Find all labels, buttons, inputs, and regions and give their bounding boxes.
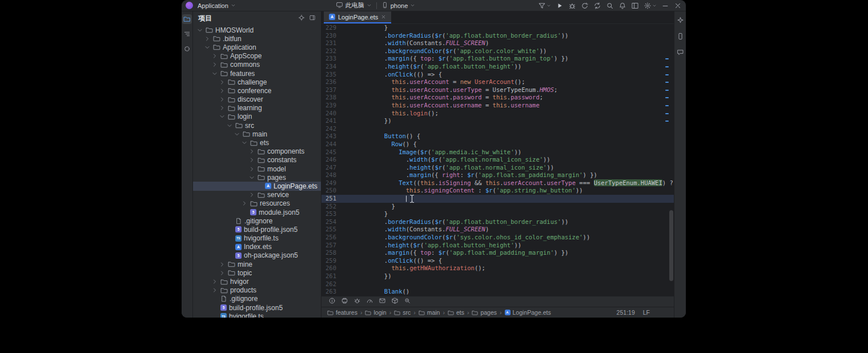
tree-item-components[interactable]: components (193, 147, 321, 156)
code-line-259[interactable]: 259 .onClick(() => { (322, 257, 674, 265)
tree-item-HMOSWorld[interactable]: HMOSWorld (193, 26, 321, 34)
devices-button[interactable] (341, 296, 348, 307)
tree-item-ets[interactable]: ets (193, 138, 321, 147)
tree-item-mine[interactable]: mine (193, 260, 321, 268)
code-line-238[interactable]: 238 this.userAccount.password = this.pas… (322, 94, 674, 102)
code-line-239[interactable]: 239 this.userAccount.username = this.use… (322, 102, 674, 110)
tree-item-topic[interactable]: topic (193, 268, 321, 277)
tree-item-hvigorfile.ts[interactable]: TShvigorfile.ts (193, 312, 321, 318)
code-line-248[interactable]: 248 .margin({ right: $r('app.float.sm_pa… (322, 171, 674, 179)
notifications-button[interactable] (618, 2, 626, 10)
close-tab-icon[interactable] (381, 14, 386, 21)
code-line-242[interactable]: 242 (322, 125, 674, 133)
search-button[interactable] (606, 2, 614, 10)
code-line-237[interactable]: 237 this.userAccount.userType = UserType… (322, 86, 674, 94)
tree-item-conference[interactable]: conference (193, 86, 321, 95)
code-line-257[interactable]: 257 .height($r('app.float.button_height'… (322, 242, 674, 250)
layout-button[interactable] (631, 2, 639, 10)
code-line-247[interactable]: 247 .height($r('app.float.normal_icon_si… (322, 164, 674, 172)
breadcrumb-LoginPage.ets[interactable]: ALoginPage.ets (505, 309, 551, 316)
bug-button[interactable] (353, 296, 361, 307)
code-line-244[interactable]: 244 Row() { (322, 141, 674, 149)
code-line-236[interactable]: 236 this.userAccount = new UserAccount()… (322, 78, 674, 86)
settings-button[interactable] (644, 2, 657, 10)
assistant-tool-button[interactable] (676, 15, 685, 25)
breadcrumb-login[interactable]: login (365, 309, 386, 316)
tree-item-main[interactable]: main (193, 130, 321, 138)
search-small-button[interactable] (404, 296, 411, 307)
debug-button[interactable] (568, 2, 576, 10)
code-line-254[interactable]: 254 .borderRadius($r('app.float.button_b… (322, 218, 674, 226)
tree-item-AppScope[interactable]: AppScope (193, 52, 321, 61)
tree-item-.gitignore[interactable]: .gitignore (193, 295, 321, 303)
tree-item-pages[interactable]: pages (193, 173, 321, 182)
code-line-231[interactable]: 231 .width(Constants.FULL_SCREEN) (322, 39, 674, 47)
tree-item-build-profile.json5[interactable]: 5build-profile.json5 (193, 303, 321, 312)
sync-tool-button[interactable] (182, 44, 192, 54)
breadcrumb-main[interactable]: main (419, 309, 440, 316)
code-line-241[interactable]: 241 }) (322, 117, 674, 125)
code-line-258[interactable]: 258 .margin({ top: $r('app.float.md_padd… (322, 249, 674, 257)
tree-item-.bitfun[interactable]: .bitfun (193, 34, 321, 43)
app-logo-icon[interactable] (186, 2, 193, 9)
code-line-233[interactable]: 233 .margin({ top: $r('app.float.button_… (322, 55, 674, 63)
line-ending[interactable]: LF (643, 309, 650, 316)
code-line-234[interactable]: 234 .height($r('app.float.button_height'… (322, 63, 674, 71)
structure-tool-button[interactable] (182, 29, 192, 39)
sdk-button[interactable] (391, 296, 399, 307)
breadcrumb-pages[interactable]: pages (472, 309, 497, 316)
filter-button[interactable] (538, 2, 551, 10)
code-line-256[interactable]: 256 .backgroundColor($r('sys.color.ohos_… (322, 234, 674, 242)
code-line-240[interactable]: 240 this.login(); (322, 110, 674, 118)
chat-tool-button[interactable] (676, 47, 685, 57)
breadcrumb-src[interactable]: src (394, 309, 411, 316)
code-area[interactable]: 229 }230 .borderRadius($r('app.float.but… (322, 24, 674, 296)
editor-scrollbar[interactable] (669, 210, 673, 281)
breadcrumb-features[interactable]: features (327, 309, 357, 316)
hot-reload-button[interactable] (593, 2, 601, 10)
tree-item-products[interactable]: products (193, 286, 321, 295)
code-line-252[interactable]: 252 } (322, 203, 674, 211)
code-line-230[interactable]: 230 .borderRadius($r('app.float.button_b… (322, 32, 674, 40)
close-button[interactable] (674, 2, 682, 10)
code-line-246[interactable]: 246 .width($r('app.float.normal_icon_siz… (322, 156, 674, 164)
code-line-255[interactable]: 255 .width(Constants.FULL_SCREEN) (322, 226, 674, 234)
code-line-261[interactable]: 261 }) (322, 272, 674, 280)
tree-item-service[interactable]: service (193, 191, 321, 199)
tree-item-.gitignore[interactable]: .gitignore (193, 216, 321, 225)
hide-panel-button[interactable] (309, 14, 316, 23)
tree-item-challenge[interactable]: challenge (193, 78, 321, 86)
tree-item-Index.ets[interactable]: AIndex.ets (193, 243, 321, 251)
tree-item-Application[interactable]: Application (193, 43, 321, 51)
code-line-253[interactable]: 253 } (322, 210, 674, 218)
tree-item-model[interactable]: model (193, 165, 321, 173)
tree-item-hvigor[interactable]: hvigor (193, 277, 321, 286)
code-line-251[interactable]: 251 (322, 195, 674, 203)
breadcrumb-ets[interactable]: ets (448, 309, 464, 316)
tree-item-features[interactable]: features (193, 69, 321, 78)
tree-item-build-profile.json5[interactable]: 5build-profile.json5 (193, 225, 321, 234)
code-line-262[interactable]: 262 (322, 280, 674, 288)
tree-item-login[interactable]: login (193, 113, 321, 121)
tree-item-learning[interactable]: learning (193, 104, 321, 113)
profile-selector[interactable]: phone (381, 2, 416, 10)
tree-item-commons[interactable]: commons (193, 61, 321, 69)
tree-item-resources[interactable]: resources (193, 199, 321, 208)
tab-loginpage-ets[interactable]: A LoginPage.ets (324, 11, 391, 23)
code-line-263[interactable]: 263 Blank() (322, 288, 674, 296)
tree-item-oh-package.json5[interactable]: 5oh-package.json5 (193, 251, 321, 260)
restart-button[interactable] (581, 2, 589, 10)
code-line-229[interactable]: 229 } (322, 24, 674, 32)
cursor-position[interactable]: 251:19 (617, 309, 635, 316)
info-button[interactable] (328, 296, 336, 307)
tree-item-discover[interactable]: discover (193, 95, 321, 104)
device-tool-button[interactable] (676, 31, 685, 41)
code-line-235[interactable]: 235 .onClick(() => { (322, 71, 674, 79)
profiler-button[interactable] (366, 296, 373, 307)
code-line-243[interactable]: 243 Button() { (322, 133, 674, 141)
code-line-232[interactable]: 232 .backgroundColor($r('app.color.color… (322, 47, 674, 55)
code-line-249[interactable]: 249 Text((this.isSigning && this.userAcc… (322, 179, 674, 187)
tree-item-constants[interactable]: constants (193, 156, 321, 165)
tree-item-module.json5[interactable]: 5module.json5 (193, 208, 321, 216)
locate-button[interactable] (298, 14, 305, 23)
